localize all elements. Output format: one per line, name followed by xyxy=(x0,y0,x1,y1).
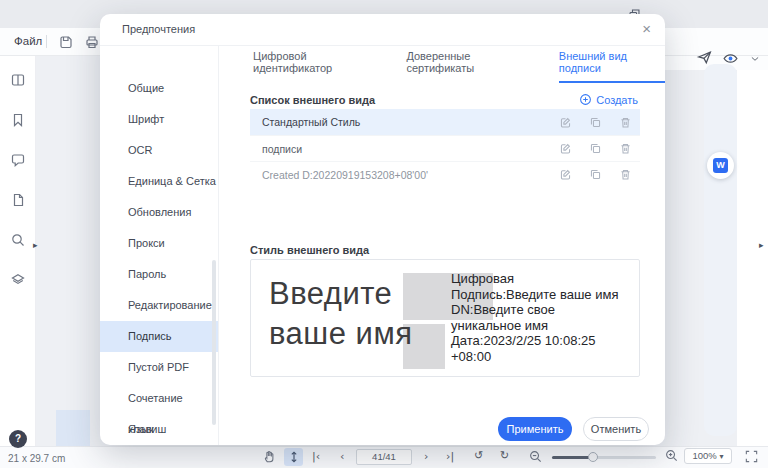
sidebar-item-signature[interactable]: Подпись xyxy=(100,321,218,352)
layers-icon[interactable] xyxy=(10,272,26,288)
bookmarks-icon[interactable] xyxy=(10,112,26,128)
signature-tabs: Цифровой идентификатор Доверенные сертиф… xyxy=(253,50,665,83)
comments-icon[interactable] xyxy=(10,152,26,168)
zoom-in-icon[interactable] xyxy=(664,448,679,463)
duplicate-icon[interactable] xyxy=(589,168,602,181)
tab-trusted-certificates[interactable]: Доверенные сертификаты xyxy=(406,50,532,83)
signature-name-text: Введите ваше имя xyxy=(269,274,413,354)
appearance-row-standard-style[interactable]: Стандартный Стиль xyxy=(250,109,640,135)
create-label: Создать xyxy=(596,94,638,106)
style-preview-header: Стиль внешнего вида xyxy=(250,244,369,256)
view-mode-eye-icon[interactable] xyxy=(722,50,739,67)
sidebar-item-updates[interactable]: Обновления xyxy=(100,197,218,228)
page-thumbnail[interactable] xyxy=(56,410,90,446)
appearance-list: Стандартный Стиль подписи Created D:2022… xyxy=(250,109,640,187)
sidebar-item-language[interactable]: Язык xyxy=(100,414,218,445)
plus-circle-icon xyxy=(579,93,592,106)
duplicate-icon[interactable] xyxy=(589,116,602,129)
sidebar-item-blank-pdf[interactable]: Пустой PDF xyxy=(100,352,218,383)
appearance-row-created[interactable]: Created D:20220919153208+08'00' xyxy=(250,161,640,187)
sidebar-item-font[interactable]: Шрифт xyxy=(100,104,218,135)
cancel-button[interactable]: Отменить xyxy=(583,417,649,441)
rotate-right-icon[interactable]: ↻ xyxy=(500,449,509,462)
next-page-icon[interactable]: › xyxy=(424,450,428,463)
last-page-icon[interactable]: ›| xyxy=(446,450,454,463)
edit-icon[interactable] xyxy=(559,142,572,155)
signature-preview: Введите ваше имя Цифровая Подпись:Введит… xyxy=(250,259,640,377)
scroll-mode-button[interactable] xyxy=(284,448,303,466)
sidebar-item-password[interactable]: Пароль xyxy=(100,259,218,290)
zoom-slider-fill xyxy=(552,456,592,459)
create-button[interactable]: Создать xyxy=(579,93,638,106)
file-menu[interactable]: Файл xyxy=(14,35,42,47)
zoom-out-icon[interactable] xyxy=(528,449,543,464)
signature-details-text: Цифровая Подпись:Введите ваше имя DN:Вве… xyxy=(451,271,637,364)
print-icon[interactable] xyxy=(84,34,100,50)
zoom-slider-handle[interactable] xyxy=(588,452,598,462)
delete-icon[interactable] xyxy=(619,116,632,129)
share-icon[interactable] xyxy=(696,49,713,66)
sidebar-item-general[interactable]: Общие xyxy=(100,73,218,104)
right-sidebar-rail xyxy=(737,28,768,446)
sidebar-item-editing[interactable]: Редактирование xyxy=(100,290,218,321)
appearance-row-label: подписи xyxy=(250,143,559,155)
sidebar-item-proxy[interactable]: Прокси xyxy=(100,228,218,259)
sidebar-item-shortcuts[interactable]: Сочетание клавиш xyxy=(100,383,218,414)
sidebar-scrollbar[interactable] xyxy=(212,260,216,425)
sidebar-item-ocr[interactable]: OCR xyxy=(100,135,218,166)
preferences-dialog: Предпочтения × Общие Шрифт OCR Единица &… xyxy=(100,14,665,445)
delete-icon[interactable] xyxy=(619,168,632,181)
page-indicator[interactable]: 41/41 xyxy=(356,449,412,465)
appearance-row-label: Стандартный Стиль xyxy=(250,116,559,128)
word-icon[interactable]: W xyxy=(713,158,728,173)
expand-right-panel-arrow-icon[interactable]: ▸ xyxy=(759,240,764,250)
help-button[interactable]: ? xyxy=(9,430,27,448)
hand-tool-icon[interactable] xyxy=(262,449,277,464)
tab-digital-id[interactable]: Цифровой идентификатор xyxy=(253,50,380,83)
search-icon[interactable] xyxy=(10,232,26,248)
appearance-list-header: Список внешнего вида xyxy=(250,94,375,106)
dropdown-arrow-icon: ▾ xyxy=(719,452,723,461)
dialog-close-icon[interactable]: × xyxy=(642,19,651,39)
collapse-toolbar-chevron-icon[interactable] xyxy=(749,54,761,64)
prev-page-icon[interactable]: ‹ xyxy=(340,450,344,463)
edit-icon[interactable] xyxy=(559,116,572,129)
sidebar-item-units-grid[interactable]: Единица & Сетка xyxy=(100,166,218,197)
save-icon[interactable] xyxy=(58,34,74,50)
fit-screen-icon[interactable] xyxy=(744,449,759,464)
appearance-row-signatures[interactable]: подписи xyxy=(250,135,640,161)
zoom-level-value: 100% xyxy=(693,450,717,461)
dialog-title: Предпочтения xyxy=(122,23,195,35)
preferences-sidebar: Общие Шрифт OCR Единица & Сетка Обновлен… xyxy=(100,45,219,445)
edit-icon[interactable] xyxy=(559,168,572,181)
delete-icon[interactable] xyxy=(619,142,632,155)
rotate-left-icon[interactable]: ↺ xyxy=(474,449,483,462)
toolbar-divider xyxy=(46,35,47,48)
attachments-icon[interactable] xyxy=(10,192,26,208)
first-page-icon[interactable]: |‹ xyxy=(312,450,320,463)
expand-panel-arrow-icon[interactable]: ▸ xyxy=(33,240,38,250)
tab-signature-appearance[interactable]: Внешний вид подписи xyxy=(559,50,665,83)
page-size-label: 21 x 29.7 cm xyxy=(8,453,65,464)
appearance-row-label: Created D:20220919153208+08'00' xyxy=(250,169,559,181)
zoom-level-select[interactable]: 100% ▾ xyxy=(684,448,732,464)
thumbnails-icon[interactable] xyxy=(10,72,26,88)
duplicate-icon[interactable] xyxy=(589,142,602,155)
right-tool-panel xyxy=(704,64,737,436)
apply-button[interactable]: Применить xyxy=(498,417,572,441)
